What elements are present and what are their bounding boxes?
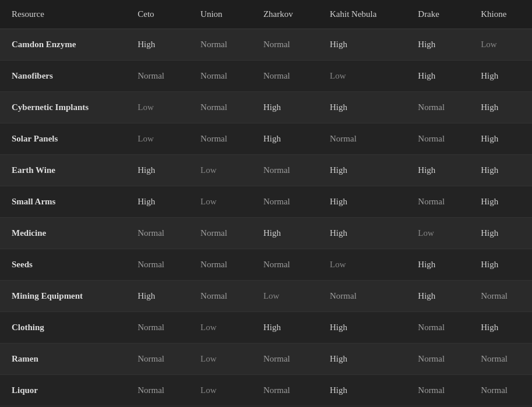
cell-value: High <box>469 312 532 344</box>
cell-value: Low <box>252 281 318 312</box>
cell-resource: Solar Panels <box>0 123 126 155</box>
cell-value: Normal <box>126 249 189 281</box>
cell-value: High <box>318 29 406 61</box>
col-header-kahit-nebula: Kahit Nebula <box>318 0 406 29</box>
cell-value: Normal <box>189 29 252 61</box>
cell-value: High <box>469 186 532 218</box>
cell-value: High <box>318 92 406 123</box>
cell-value: High <box>126 29 189 61</box>
cell-value: Normal <box>252 29 318 61</box>
table-row: MedicineNormalNormalHighHighLowHigh <box>0 218 532 249</box>
table-row: SeedsNormalNormalNormalLowHighHigh <box>0 249 532 281</box>
cell-value: Normal <box>406 186 469 218</box>
cell-value: Low <box>469 29 532 61</box>
cell-value: Normal <box>126 375 189 406</box>
cell-resource: Clothing <box>0 312 126 344</box>
cell-value: Normal <box>189 218 252 249</box>
cell-resource: Earth Wine <box>0 155 126 186</box>
cell-value: Normal <box>469 281 532 312</box>
cell-value: High <box>252 218 318 249</box>
cell-value: Normal <box>189 281 252 312</box>
cell-value: High <box>469 92 532 123</box>
cell-resource: Liquor <box>0 375 126 406</box>
table-row: Cybernetic ImplantsLowNormalHighHighNorm… <box>0 92 532 123</box>
cell-value: Normal <box>318 281 406 312</box>
table-row: Solar PanelsLowNormalHighNormalNormalHig… <box>0 123 532 155</box>
cell-value: Normal <box>406 344 469 375</box>
cell-value: Normal <box>189 123 252 155</box>
col-header-ceto: Ceto <box>126 0 189 29</box>
cell-value: High <box>318 312 406 344</box>
cell-resource: Small Arms <box>0 186 126 218</box>
table-row: Earth WineHighLowNormalHighHighHigh <box>0 155 532 186</box>
cell-value: Normal <box>406 92 469 123</box>
cell-value: High <box>469 249 532 281</box>
table-header-row: Resource Ceto Union Zharkov Kahit Nebula… <box>0 0 532 29</box>
cell-value: Low <box>126 92 189 123</box>
cell-value: High <box>126 281 189 312</box>
table-row: ClothingNormalLowHighHighNormalHigh <box>0 312 532 344</box>
cell-value: High <box>406 155 469 186</box>
cell-value: Low <box>406 218 469 249</box>
table-row: RamenNormalLowNormalHighNormalNormal <box>0 344 532 375</box>
cell-resource: Seeds <box>0 249 126 281</box>
cell-value: Normal <box>318 123 406 155</box>
cell-value: High <box>406 281 469 312</box>
col-header-union: Union <box>189 0 252 29</box>
cell-value: High <box>406 249 469 281</box>
cell-resource: Cybernetic Implants <box>0 92 126 123</box>
cell-value: Normal <box>406 312 469 344</box>
cell-value: Normal <box>189 249 252 281</box>
cell-value: High <box>318 344 406 375</box>
cell-value: Normal <box>406 375 469 406</box>
cell-value: Low <box>189 375 252 406</box>
cell-value: Normal <box>252 155 318 186</box>
cell-value: Normal <box>126 61 189 92</box>
cell-value: Low <box>189 344 252 375</box>
cell-value: High <box>318 218 406 249</box>
cell-value: High <box>126 155 189 186</box>
col-header-zharkov: Zharkov <box>252 0 318 29</box>
cell-resource: Mining Equipment <box>0 281 126 312</box>
cell-resource: Ramen <box>0 344 126 375</box>
cell-value: High <box>406 61 469 92</box>
cell-value: Normal <box>252 375 318 406</box>
cell-value: Normal <box>189 61 252 92</box>
cell-value: Normal <box>252 186 318 218</box>
cell-value: Low <box>318 61 406 92</box>
cell-value: High <box>469 123 532 155</box>
col-header-resource: Resource <box>0 0 126 29</box>
cell-value: High <box>469 155 532 186</box>
cell-value: Low <box>126 123 189 155</box>
cell-value: Normal <box>406 123 469 155</box>
cell-value: High <box>318 155 406 186</box>
table-row: Camdon EnzymeHighNormalNormalHighHighLow <box>0 29 532 61</box>
cell-value: Low <box>189 186 252 218</box>
cell-resource: Nanofibers <box>0 61 126 92</box>
cell-resource: Medicine <box>0 218 126 249</box>
resource-table: Resource Ceto Union Zharkov Kahit Nebula… <box>0 0 532 406</box>
table-row: Mining EquipmentHighNormalLowNormalHighN… <box>0 281 532 312</box>
cell-value: High <box>318 375 406 406</box>
resource-table-container: Resource Ceto Union Zharkov Kahit Nebula… <box>0 0 532 406</box>
table-row: LiquorNormalLowNormalHighNormalNormal <box>0 375 532 406</box>
cell-value: Low <box>189 312 252 344</box>
cell-value: Normal <box>126 344 189 375</box>
cell-value: Normal <box>189 92 252 123</box>
cell-value: Normal <box>252 61 318 92</box>
cell-value: Normal <box>469 375 532 406</box>
table-row: NanofibersNormalNormalNormalLowHighHigh <box>0 61 532 92</box>
cell-value: High <box>469 218 532 249</box>
cell-value: High <box>469 61 532 92</box>
cell-value: Low <box>189 155 252 186</box>
cell-value: Low <box>318 249 406 281</box>
cell-value: Normal <box>252 344 318 375</box>
cell-value: Normal <box>126 312 189 344</box>
cell-value: High <box>318 186 406 218</box>
cell-value: High <box>406 29 469 61</box>
cell-value: Normal <box>469 344 532 375</box>
cell-value: Normal <box>126 218 189 249</box>
col-header-khione: Khione <box>469 0 532 29</box>
cell-value: High <box>126 186 189 218</box>
cell-value: High <box>252 312 318 344</box>
